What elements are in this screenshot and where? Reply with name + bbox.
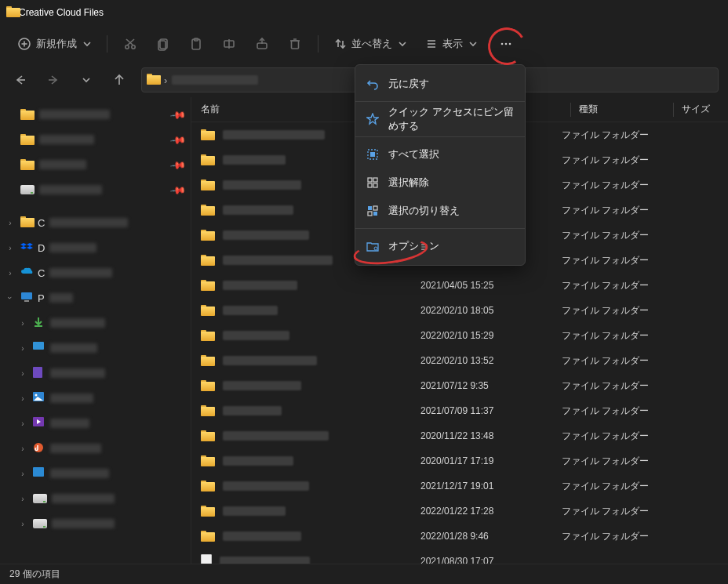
menu-options[interactable]: オプション — [355, 232, 525, 260]
file-type: ファイル フォルダー — [562, 179, 656, 192]
expand-icon[interactable]: › — [17, 518, 28, 529]
file-name — [223, 356, 317, 365]
new-button[interactable]: 新規作成 — [9, 30, 99, 58]
cut-button[interactable] — [115, 30, 145, 58]
file-row[interactable]: 2022/02/10 15:29ファイル フォルダー — [191, 323, 728, 348]
plus-circle-icon — [17, 37, 31, 51]
file-row[interactable]: 2021/12/17 19:01ファイル フォルダー — [191, 473, 728, 499]
sidebar-item[interactable]: › — [0, 461, 191, 486]
svg-rect-48 — [368, 206, 372, 210]
file-row[interactable]: 2020/01/17 17:19ファイル フォルダー — [191, 448, 728, 473]
more-options-menu: 元に戻す クイック アクセスにピン留めする すべて選択 選択解除 選択の切り替え… — [355, 64, 526, 266]
expand-icon[interactable]: › — [17, 443, 28, 454]
sidebar-label: C — [38, 217, 45, 229]
rename-button[interactable] — [214, 30, 244, 58]
sidebar-item[interactable]: 📌 — [0, 177, 191, 202]
column-type[interactable]: 種類 — [579, 103, 673, 116]
file-type: ファイル フォルダー — [562, 455, 656, 468]
file-date: 2021/07/09 11:37 — [420, 405, 562, 416]
share-button[interactable] — [247, 30, 277, 58]
copy-button[interactable] — [148, 30, 178, 58]
more-button[interactable] — [491, 30, 521, 58]
expand-icon[interactable]: › — [17, 493, 28, 504]
menu-toggle-selection[interactable]: 選択の切り替え — [355, 197, 525, 225]
svg-rect-33 — [33, 342, 44, 350]
view-button[interactable]: 表示 — [417, 30, 485, 58]
expand-icon[interactable]: › — [5, 267, 16, 278]
sidebar-item[interactable]: 📌 — [0, 152, 191, 177]
file-row[interactable]: 2021/07/09 11:37ファイル フォルダー — [191, 398, 728, 423]
rename-icon — [222, 37, 236, 51]
svg-rect-50 — [368, 212, 372, 216]
expand-icon[interactable]: › — [5, 217, 16, 228]
chevron-down-icon — [469, 40, 477, 48]
collapse-icon[interactable]: › — [5, 292, 16, 303]
svg-point-4 — [132, 45, 135, 49]
file-name — [223, 281, 297, 290]
file-row[interactable]: 2022/02/10 13:52ファイル フォルダー — [191, 348, 728, 373]
expand-icon[interactable]: › — [17, 418, 28, 429]
sidebar-item[interactable]: › — [0, 361, 191, 386]
separator — [107, 35, 107, 53]
menu-undo[interactable]: 元に戻す — [355, 70, 525, 98]
expand-icon[interactable]: › — [17, 343, 28, 354]
sidebar-item[interactable]: 📌 — [0, 102, 191, 127]
sidebar-item[interactable]: › — [0, 336, 191, 361]
file-row[interactable]: 2022/02/10 18:05ファイル フォルダー — [191, 298, 728, 323]
trash-icon — [288, 37, 302, 51]
recent-dropdown[interactable] — [75, 69, 97, 91]
menu-deselect[interactable]: 選択解除 — [355, 169, 525, 197]
window-title: Creative Cloud Files — [19, 7, 104, 18]
expand-icon[interactable]: › — [17, 368, 28, 379]
svg-point-3 — [126, 45, 129, 49]
expand-icon[interactable]: › — [17, 468, 28, 479]
menu-pin-quick-access[interactable]: クイック アクセスにピン留めする — [355, 105, 525, 133]
folder-icon — [201, 380, 215, 391]
sidebar-item[interactable]: › — [0, 436, 191, 461]
file-row[interactable]: 2022/01/22 17:28ファイル フォルダー — [191, 499, 728, 524]
dropbox-icon — [20, 241, 33, 254]
sidebar-item[interactable]: › — [0, 511, 191, 536]
sidebar-item-onedrive[interactable]: ›C — [0, 260, 191, 285]
folder-icon — [201, 430, 215, 441]
file-type: ファイル フォルダー — [562, 505, 656, 518]
paste-button[interactable] — [181, 30, 211, 58]
svg-rect-51 — [373, 212, 377, 216]
sidebar-item-cc[interactable]: ›C — [0, 210, 191, 235]
expand-icon[interactable]: › — [5, 242, 16, 253]
sidebar-item-pc[interactable]: ›P — [0, 285, 191, 310]
file-type: ファイル フォルダー — [562, 254, 656, 267]
view-label: 表示 — [442, 37, 463, 51]
sidebar-item[interactable]: › — [0, 411, 191, 436]
expand-icon[interactable]: › — [17, 393, 28, 404]
delete-button[interactable] — [280, 30, 310, 58]
back-button[interactable] — [9, 69, 31, 91]
up-button[interactable] — [108, 69, 130, 91]
star-icon — [366, 113, 379, 125]
command-bar: 新規作成 並べ替え 表示 — [0, 25, 728, 63]
sidebar-item-dropbox[interactable]: ›D — [0, 235, 191, 260]
file-row[interactable]: 2021/07/12 9:35ファイル フォルダー — [191, 373, 728, 398]
sidebar-item[interactable]: › — [0, 310, 191, 336]
file-name — [223, 205, 293, 215]
file-row[interactable]: 2021/08/30 17:07 — [191, 549, 728, 564]
file-row[interactable]: 2022/01/28 9:46ファイル フォルダー — [191, 524, 728, 549]
file-date: 2020/01/17 17:19 — [420, 455, 562, 466]
sort-button[interactable]: 並べ替え — [326, 30, 414, 58]
scissors-icon — [123, 37, 137, 51]
sidebar-item[interactable]: › — [0, 486, 191, 511]
file-date: 2021/12/17 19:01 — [420, 481, 562, 492]
svg-marker-26 — [20, 243, 27, 246]
file-row[interactable]: 2021/04/05 15:25ファイル フォルダー — [191, 273, 728, 298]
expand-icon[interactable]: › — [17, 317, 28, 328]
sidebar-item[interactable]: › — [0, 386, 191, 411]
file-date: 2022/01/28 9:46 — [420, 531, 562, 542]
menu-select-all[interactable]: すべて選択 — [355, 140, 525, 169]
chevron-down-icon — [399, 40, 406, 48]
svg-marker-27 — [27, 243, 33, 246]
forward-button[interactable] — [42, 69, 64, 91]
file-row[interactable]: 2020/11/22 13:48ファイル フォルダー — [191, 423, 728, 448]
sidebar-item[interactable]: 📌 — [0, 127, 191, 152]
column-size[interactable]: サイズ — [682, 103, 728, 116]
file-type: ファイル フォルダー — [562, 530, 656, 543]
